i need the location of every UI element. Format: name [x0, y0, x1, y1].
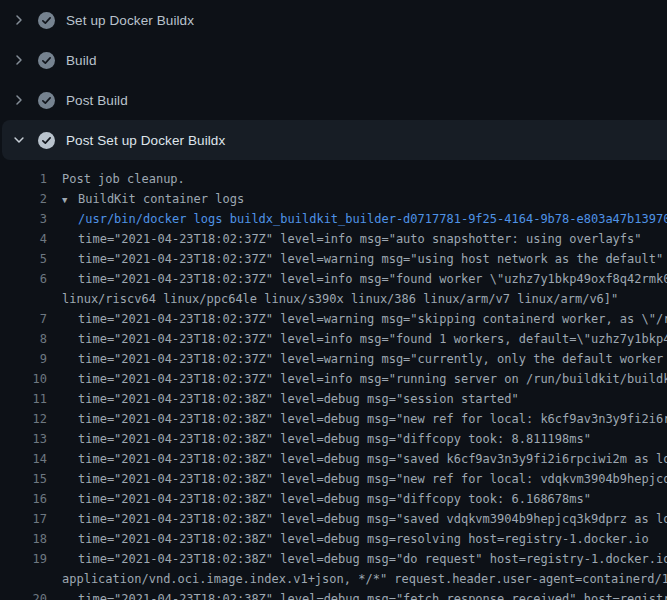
chevron-right-icon [12, 53, 26, 67]
line-number[interactable]: 9 [0, 349, 47, 369]
check-circle-icon [38, 12, 55, 29]
log-text: linux/riscv64 linux/ppc64le linux/s390x … [47, 289, 618, 309]
check-circle-icon [38, 132, 55, 149]
log-line: 6time="2021-04-23T18:02:37Z" level=info … [0, 269, 667, 289]
chevron-right-icon [12, 93, 26, 107]
line-number[interactable]: 15 [0, 469, 47, 489]
check-circle-icon [38, 92, 55, 109]
triangle-down-icon[interactable]: ▼ [62, 190, 78, 210]
job-steps-list: Set up Docker BuildxBuildPost BuildPost … [0, 0, 667, 160]
log-line-wrap: linux/riscv64 linux/ppc64le linux/s390x … [0, 289, 667, 309]
line-number[interactable]: 12 [0, 409, 47, 429]
section-label: Post Set up Docker Buildx [66, 133, 225, 148]
line-number[interactable]: 10 [0, 369, 47, 389]
section-row-set-up-docker-buildx[interactable]: Set up Docker Buildx [0, 0, 667, 40]
log-line: 10time="2021-04-23T18:02:37Z" level=info… [0, 369, 667, 389]
log-line: 11time="2021-04-23T18:02:38Z" level=debu… [0, 389, 667, 409]
log-text: time="2021-04-23T18:02:37Z" level=info m… [47, 369, 667, 389]
line-number[interactable]: 2 [0, 189, 47, 209]
log-text: time="2021-04-23T18:02:38Z" level=debug … [47, 449, 667, 469]
section-row-post-set-up-docker-buildx[interactable]: Post Set up Docker Buildx [2, 120, 667, 160]
log-line: 5time="2021-04-23T18:02:37Z" level=warni… [0, 249, 667, 269]
log-text: time="2021-04-23T18:02:38Z" level=debug … [47, 469, 667, 489]
workflow-log-viewer: Set up Docker BuildxBuildPost BuildPost … [0, 0, 667, 600]
log-text: time="2021-04-23T18:02:37Z" level=warnin… [47, 309, 667, 329]
log-command-text: /usr/bin/docker logs buildx_buildkit_bui… [47, 209, 667, 229]
log-line: 16time="2021-04-23T18:02:38Z" level=debu… [0, 489, 667, 509]
log-text: time="2021-04-23T18:02:38Z" level=debug … [47, 489, 591, 509]
line-number[interactable]: 19 [0, 549, 47, 569]
line-number[interactable]: 4 [0, 229, 47, 249]
log-text: time="2021-04-23T18:02:37Z" level=warnin… [47, 249, 663, 269]
log-text: time="2021-04-23T18:02:38Z" level=debug … [47, 549, 667, 569]
line-number [0, 569, 47, 589]
log-text: time="2021-04-23T18:02:38Z" level=debug … [47, 429, 591, 449]
log-text: time="2021-04-23T18:02:38Z" level=debug … [47, 409, 667, 429]
log-line: 19time="2021-04-23T18:02:38Z" level=debu… [0, 549, 667, 569]
log-line: 3/usr/bin/docker logs buildx_buildkit_bu… [0, 209, 667, 229]
log-text: time="2021-04-23T18:02:37Z" level=warnin… [47, 349, 667, 369]
log-line: 18time="2021-04-23T18:02:38Z" level=debu… [0, 529, 667, 549]
check-circle-icon [38, 52, 55, 69]
section-label: Build [66, 53, 97, 68]
line-number[interactable]: 13 [0, 429, 47, 449]
line-number[interactable]: 11 [0, 389, 47, 409]
section-label: Post Build [66, 93, 128, 108]
log-line: 17time="2021-04-23T18:02:38Z" level=debu… [0, 509, 667, 529]
line-number[interactable]: 14 [0, 449, 47, 469]
log-text: ▼BuildKit container logs [47, 189, 244, 209]
log-line: 14time="2021-04-23T18:02:38Z" level=debu… [0, 449, 667, 469]
log-line: 15time="2021-04-23T18:02:38Z" level=debu… [0, 469, 667, 489]
log-line: 20time="2021-04-23T18:02:38Z" level=debu… [0, 589, 667, 600]
log-line: 12time="2021-04-23T18:02:38Z" level=debu… [0, 409, 667, 429]
log-line: 1Post job cleanup. [0, 169, 667, 189]
log-text: time="2021-04-23T18:02:38Z" level=debug … [47, 389, 519, 409]
chevron-down-icon [12, 133, 26, 147]
line-number[interactable]: 6 [0, 269, 47, 289]
log-text: time="2021-04-23T18:02:38Z" level=debug … [47, 509, 667, 529]
log-text: time="2021-04-23T18:02:37Z" level=info m… [47, 229, 642, 249]
line-number[interactable]: 16 [0, 489, 47, 509]
line-number[interactable]: 1 [0, 169, 47, 189]
log-text: time="2021-04-23T18:02:38Z" level=debug … [47, 589, 667, 600]
log-text: Post job cleanup. [47, 169, 185, 189]
section-label: Set up Docker Buildx [66, 13, 194, 28]
line-number[interactable]: 18 [0, 529, 47, 549]
log-text: application/vnd.oci.image.index.v1+json,… [47, 569, 667, 589]
log-line-wrap: application/vnd.oci.image.index.v1+json,… [0, 569, 667, 589]
log-line: 9time="2021-04-23T18:02:37Z" level=warni… [0, 349, 667, 369]
chevron-right-icon [12, 13, 26, 27]
log-text: time="2021-04-23T18:02:37Z" level=info m… [47, 269, 667, 289]
line-number[interactable]: 7 [0, 309, 47, 329]
log-line: 4time="2021-04-23T18:02:37Z" level=info … [0, 229, 667, 249]
log-text: time="2021-04-23T18:02:37Z" level=info m… [47, 329, 667, 349]
log-group-line: 2▼BuildKit container logs [0, 189, 667, 209]
section-row-build[interactable]: Build [0, 40, 667, 80]
line-number[interactable]: 20 [0, 589, 47, 600]
line-number[interactable]: 5 [0, 249, 47, 269]
log-line: 8time="2021-04-23T18:02:37Z" level=info … [0, 329, 667, 349]
log-line: 13time="2021-04-23T18:02:38Z" level=debu… [0, 429, 667, 449]
line-number[interactable]: 8 [0, 329, 47, 349]
line-number[interactable]: 3 [0, 209, 47, 229]
log-group-title[interactable]: BuildKit container logs [78, 192, 244, 206]
section-row-post-build[interactable]: Post Build [0, 80, 667, 120]
log-line: 7time="2021-04-23T18:02:37Z" level=warni… [0, 309, 667, 329]
step-log-output: 1Post job cleanup.2▼BuildKit container l… [0, 160, 667, 600]
log-text: time="2021-04-23T18:02:38Z" level=debug … [47, 529, 649, 549]
line-number [0, 289, 47, 309]
line-number[interactable]: 17 [0, 509, 47, 529]
